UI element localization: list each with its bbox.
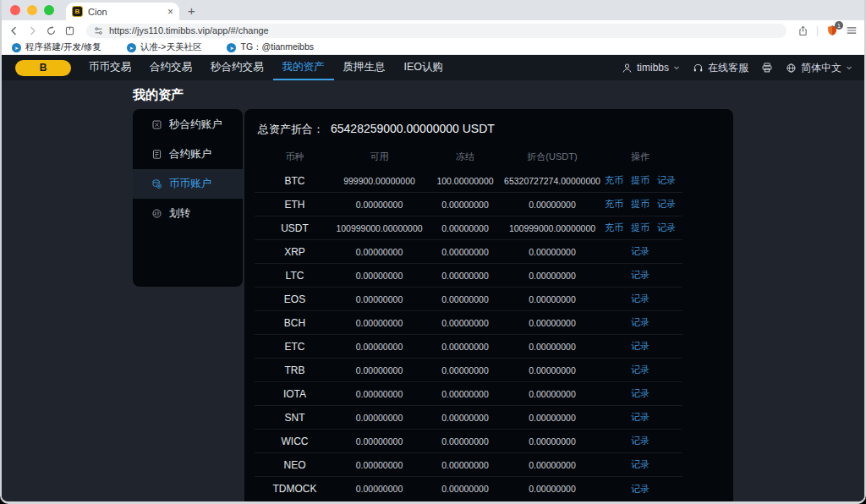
table-row: SNT0.000000000.000000000.00000000记录 [255,406,682,430]
minimize-window-button[interactable] [27,5,37,15]
record-link[interactable]: 记录 [657,174,676,187]
cell-available: 0.00000000 [335,200,424,210]
total-assets: 总资产折合： 65428259000.00000000 USDT [244,109,733,145]
cell-actions: 记录 [598,483,682,496]
record-link[interactable]: 记录 [631,435,650,447]
user-menu[interactable]: timibbs [622,62,680,74]
record-link[interactable]: 记录 [631,364,650,376]
record-link[interactable]: 记录 [631,483,650,496]
table-row: NEO0.000000000.000000000.00000000记录 [255,453,682,477]
site-settings-icon[interactable] [94,26,103,36]
browser-tab-bar: B Cion × + [2,0,864,20]
record-link[interactable]: 记录 [631,411,650,424]
record-link[interactable]: 记录 [631,316,650,329]
deposit-link[interactable]: 充币 [605,174,623,187]
extension-badge: 1 [835,21,843,30]
user-icon [622,63,633,74]
nav-item-5[interactable]: 质押生息 [334,55,395,80]
record-link[interactable]: 记录 [631,293,650,305]
sidebar-item-3[interactable]: 币币账户 [133,169,243,199]
cell-coin: XRP [255,246,335,258]
record-link[interactable]: 记录 [657,198,676,211]
record-link[interactable]: 记录 [631,340,650,353]
language-menu[interactable]: 简体中文 [786,61,852,75]
nav-item-4[interactable]: 我的资产 [273,55,334,80]
table-row: BTC999900.00000000100.000000006532072727… [255,169,682,193]
assets-panel: 总资产折合： 65428259000.00000000 USDT 币种可用冻结折… [244,109,733,501]
bookmark-item[interactable]: ➤程序搭建/开发/修复 [12,41,101,53]
cell-available: 0.00000000 [335,294,424,304]
cell-actions: 记录 [598,316,682,329]
record-link[interactable]: 记录 [631,387,650,400]
cell-usdt-value: 0.00000000 [507,460,598,470]
deposit-link[interactable]: 充币 [605,222,623,234]
bookmark-item[interactable]: ➤认准->天美社区 [127,41,202,53]
share-button[interactable] [797,25,808,36]
bookmarks-bar: ➤程序搭建/开发/修复➤认准->天美社区➤TG：@tianmeibbs [2,41,864,55]
table-row: IOTA0.000000000.000000000.00000000记录 [255,382,682,406]
app-logo[interactable]: B [15,60,71,76]
record-link[interactable]: 记录 [631,245,650,258]
toolbar-divider: | [816,25,819,36]
language-label: 简体中文 [801,61,841,75]
sidebar-item-1[interactable]: 秒合约账户 [133,110,243,140]
table-row: BCH0.000000000.000000000.00000000记录 [255,311,682,335]
address-bar[interactable]: https://jys110.timibbs.vip/app/#/change [86,24,787,38]
total-assets-label: 总资产折合： [258,122,324,137]
cell-coin: LTC [255,270,335,282]
username: timibbs [637,62,669,74]
seconds-contract-icon [151,119,162,130]
cell-frozen: 0.00000000 [424,342,507,352]
cell-coin: ETH [255,199,335,211]
deposit-link[interactable]: 充币 [605,198,623,211]
column-header-4: 折合(USDT) [507,151,598,163]
nav-item-6[interactable]: IEO认购 [395,55,453,80]
browser-tab[interactable]: B Cion × [66,3,179,20]
app-nav-bar: B 币币交易合约交易秒合约交易我的资产质押生息IEO认购 timibbs [2,55,864,80]
sidebar-item-label: 币币账户 [169,177,211,191]
bookmark-label: 认准->天美社区 [140,41,202,53]
cell-actions: 记录 [598,411,682,424]
table-row: ETC0.000000000.000000000.00000000记录 [255,335,682,359]
nav-item-2[interactable]: 合约交易 [140,55,201,80]
sidebar-item-2[interactable]: 合约账户 [133,140,243,169]
account-sidebar: 秒合约账户合约账户币币账户划转 [133,109,243,287]
bookmark-page-icon[interactable] [64,25,75,36]
withdraw-link[interactable]: 提币 [631,174,650,187]
nav-item-3[interactable]: 秒合约交易 [201,55,273,80]
cell-available: 0.00000000 [335,271,424,281]
browser-menu-button[interactable] [846,25,858,36]
cell-frozen: 0.00000000 [424,271,507,281]
close-window-button[interactable] [10,5,20,15]
withdraw-link[interactable]: 提币 [631,198,650,211]
zoom-window-button[interactable] [44,5,54,15]
url-text[interactable]: https://jys110.timibbs.vip/app/#/change [109,25,269,36]
record-link[interactable]: 记录 [631,458,650,471]
new-tab-button[interactable]: + [188,3,195,18]
online-support[interactable]: 在线客服 [693,61,748,75]
forward-button[interactable] [27,25,38,36]
extension-shield-button[interactable]: 1 [826,25,838,36]
online-support-label: 在线客服 [708,61,748,75]
table-row: XRP0.000000000.000000000.00000000记录 [255,240,682,264]
reload-button[interactable] [46,25,57,36]
cell-usdt-value: 0.00000000 [507,271,598,281]
nav-item-1[interactable]: 币币交易 [79,55,140,80]
app-nav-right: timibbs 在线客服 [622,61,852,75]
column-header-2: 可用 [335,151,424,163]
cell-frozen: 0.00000000 [424,413,507,423]
record-link[interactable]: 记录 [631,269,650,282]
headset-icon [693,63,704,74]
record-link[interactable]: 记录 [657,222,676,234]
back-button[interactable] [8,25,19,36]
bookmark-favicon-icon: ➤ [127,43,136,52]
site-favicon-icon: B [72,6,83,17]
app-download-button[interactable] [761,62,773,74]
cell-available: 999900.00000000 [335,176,424,186]
bookmark-item[interactable]: ➤TG：@tianmeibbs [227,41,314,53]
table-row: TRB0.000000000.000000000.00000000记录 [255,359,682,382]
withdraw-link[interactable]: 提币 [631,222,650,234]
sidebar-item-4[interactable]: 划转 [133,199,243,228]
cell-actions: 记录 [598,364,682,376]
tab-close-icon[interactable]: × [167,7,173,17]
